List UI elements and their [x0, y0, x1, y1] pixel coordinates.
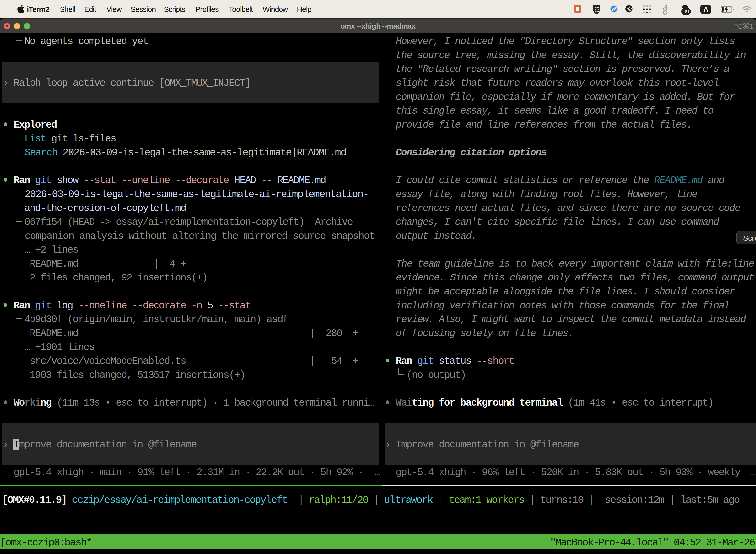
svg-text:..61: ..61 [682, 9, 690, 14]
